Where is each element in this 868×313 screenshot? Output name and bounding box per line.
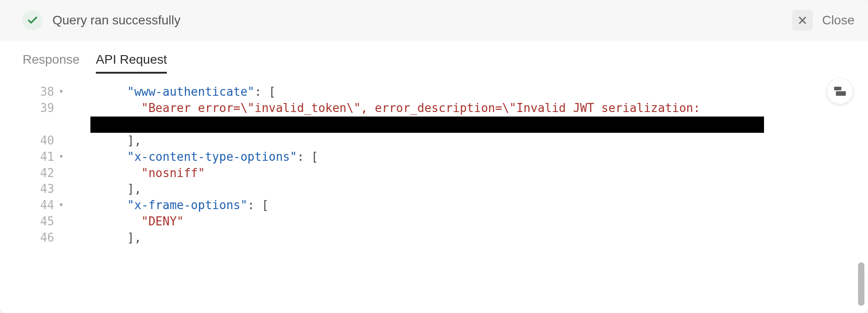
layout-icon xyxy=(834,87,846,96)
redacted-content xyxy=(0,117,868,133)
json-punct: : [ xyxy=(247,198,269,212)
close-button[interactable] xyxy=(792,10,813,31)
json-string: "DENY" xyxy=(142,215,184,228)
success-icon xyxy=(23,10,42,30)
code-viewer: 38▾ "www-authenticate": [39 "Bearer erro… xyxy=(0,73,868,313)
fold-toggle xyxy=(59,165,71,167)
code-content: ], xyxy=(71,133,868,149)
fold-toggle xyxy=(59,181,71,183)
code-line: 45 "DENY" xyxy=(0,214,868,230)
fold-toggle[interactable]: ▾ xyxy=(59,84,71,97)
close-label: Close xyxy=(822,13,854,28)
line-number: 43 xyxy=(0,181,59,197)
fold-toggle[interactable]: ▾ xyxy=(59,149,71,162)
code-line: 42 "nosniff" xyxy=(0,165,868,182)
status-bar: Query ran successfully Close xyxy=(0,0,868,41)
status-left: Query ran successfully xyxy=(23,10,180,30)
code-line: 39 "Bearer error=\"invalid_token\", erro… xyxy=(0,100,868,117)
json-string: "nosniff" xyxy=(142,166,205,180)
close-group: Close xyxy=(792,10,854,31)
code-content: ], xyxy=(71,230,868,246)
code-content: ], xyxy=(71,181,868,197)
fold-toggle xyxy=(59,133,71,135)
fold-toggle[interactable]: ▾ xyxy=(59,197,71,210)
line-number: 38 xyxy=(0,84,59,100)
code-content: "DENY" xyxy=(71,214,868,230)
json-punct: ], xyxy=(127,182,141,196)
line-number: 42 xyxy=(0,165,59,182)
fold-toggle xyxy=(59,214,71,215)
code-line: 38▾ "www-authenticate": [ xyxy=(0,84,868,100)
code-line: 46 ], xyxy=(0,230,868,246)
layout-toggle-button[interactable] xyxy=(827,79,853,104)
code-content: "x-frame-options": [ xyxy=(71,197,868,214)
line-number: 39 xyxy=(0,100,59,117)
code-line: 40 ], xyxy=(0,133,868,149)
tab-response[interactable]: Response xyxy=(23,52,80,73)
result-panel: Query ran successfully Close Response AP… xyxy=(0,0,868,313)
line-number: 45 xyxy=(0,214,59,230)
scrollbar-thumb[interactable] xyxy=(858,262,864,306)
line-number: 46 xyxy=(0,230,59,246)
code-content: "nosniff" xyxy=(71,165,868,182)
line-number: 44 xyxy=(0,197,59,214)
code-content: "x-content-type-options": [ xyxy=(71,149,868,165)
line-number: 40 xyxy=(0,133,59,149)
code-content: "Bearer error=\"invalid_token\", error_d… xyxy=(71,100,868,117)
json-punct: ], xyxy=(127,134,141,147)
code-content: "www-authenticate": [ xyxy=(71,84,868,100)
status-message: Query ran successfully xyxy=(52,13,180,28)
json-key: "x-content-type-options" xyxy=(127,150,297,164)
json-key: "x-frame-options" xyxy=(127,198,247,212)
fold-toggle xyxy=(59,230,71,232)
json-punct: ], xyxy=(127,231,141,244)
code-line: 44▾ "x-frame-options": [ xyxy=(0,197,868,214)
line-number: 41 xyxy=(0,149,59,165)
code-line: 43 ], xyxy=(0,181,868,197)
json-punct: : [ xyxy=(297,150,318,164)
fold-toggle xyxy=(59,100,71,102)
json-punct: : [ xyxy=(255,85,276,98)
tab-api-request[interactable]: API Request xyxy=(96,52,167,73)
tabs: Response API Request xyxy=(0,41,868,73)
json-string: "Bearer error=\"invalid_token\", error_d… xyxy=(142,101,701,115)
json-key: "www-authenticate" xyxy=(127,85,255,98)
code-line: 41▾ "x-content-type-options": [ xyxy=(0,149,868,165)
